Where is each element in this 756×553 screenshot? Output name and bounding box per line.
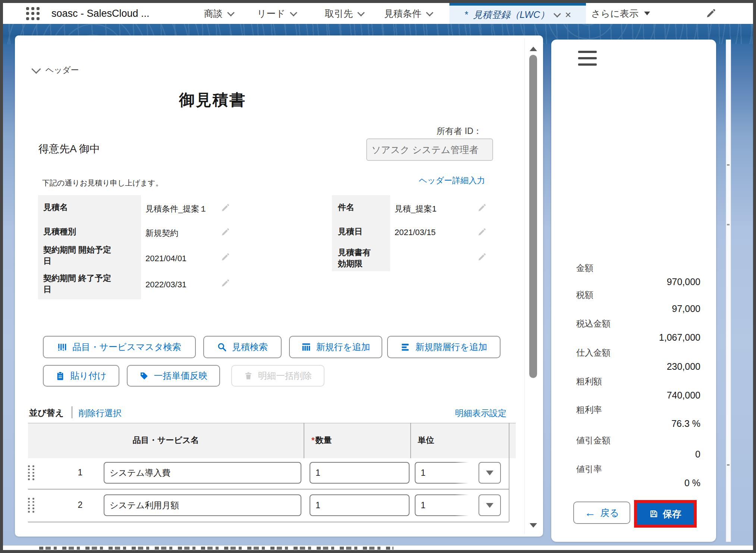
scroll-down-icon[interactable] (530, 523, 537, 528)
clipped-bottom-text (39, 547, 393, 550)
column-header-qty: *数量 (311, 435, 332, 446)
caret-down-icon (644, 12, 650, 15)
tab-quote-condition[interactable]: 見積条件 (384, 3, 432, 24)
chevron-down-icon (426, 9, 433, 16)
summary-panel: 金額 970,000 税額 97,000 税込金額 1,067,000 仕入金額… (551, 40, 716, 542)
item-name-input[interactable] (104, 462, 301, 484)
unit-clip-fade (455, 461, 474, 484)
edit-pencil-icon[interactable] (477, 203, 486, 212)
caret-down-icon (486, 503, 493, 508)
summary-tax: 税額 97,000 (576, 290, 700, 315)
navigation-bar: soasc - SalesCloud ... 商談 リード 取引先 見積条件 *… (3, 3, 753, 24)
summary-discount-rate: 値引率 0 % (576, 464, 700, 490)
summary-purchase-amount: 仕入金額 230,000 (576, 347, 700, 373)
page-scrollbar-strip[interactable] (726, 40, 731, 542)
item-qty-input[interactable] (310, 462, 410, 484)
app-launcher-icon[interactable] (26, 7, 40, 21)
unsaved-marker: * (464, 9, 468, 20)
trash-icon (244, 371, 253, 380)
header-section-label: ヘッダー (46, 65, 79, 76)
summary-amount-incl-tax: 税込金額 1,067,000 (576, 318, 700, 344)
header-section-toggle[interactable]: ヘッダー (33, 65, 79, 76)
edit-pencil-icon[interactable] (221, 279, 230, 288)
sort-label: 並び替え (29, 407, 64, 419)
add-row-button[interactable]: 新規行を追加 (289, 336, 382, 358)
edit-pencil-icon[interactable] (221, 203, 230, 212)
owner-id-field[interactable] (366, 138, 493, 161)
save-button[interactable]: 保存 (637, 503, 694, 525)
scrollbar-thumb[interactable] (529, 55, 537, 378)
summary-amount: 金額 970,000 (576, 263, 700, 288)
arrow-left-icon: ← (584, 507, 596, 518)
tab-opportunity[interactable]: 商談 (204, 3, 233, 24)
summary-gross-margin: 粗利率 76.3 % (576, 404, 700, 430)
column-divider (410, 423, 411, 458)
field-value: 2021/04/01 (145, 254, 186, 263)
item-name-input[interactable] (104, 494, 301, 516)
unit-dropdown-button[interactable] (479, 494, 501, 516)
field-value: 2021/03/15 (395, 228, 436, 237)
customer-name: 得意先A 御中 (38, 142, 100, 156)
tab-lead[interactable]: リード (257, 3, 296, 24)
quote-search-button[interactable]: 見積検索 (203, 336, 282, 358)
bulk-price-button[interactable]: 一括単価反映 (127, 365, 220, 387)
chevron-down-icon (31, 64, 41, 74)
barcode-icon (57, 342, 67, 352)
close-tab-icon[interactable]: × (565, 10, 571, 20)
header-detail-link[interactable]: ヘッダー詳細入力 (419, 175, 485, 186)
edit-pencil-icon[interactable] (477, 253, 486, 262)
select-delete-rows-link[interactable]: 削除行選択 (79, 407, 122, 419)
field-value: 見積条件_提案１ (145, 203, 207, 215)
field-label: 見積名 (43, 202, 115, 213)
caret-down-icon (486, 471, 493, 475)
edit-nav-pencil-icon[interactable] (706, 8, 716, 20)
field-label: 契約期間 終了予定日 (43, 273, 115, 295)
chevron-down-icon (290, 9, 297, 16)
item-qty-input[interactable] (310, 494, 410, 516)
menu-icon[interactable] (578, 51, 597, 66)
edit-pencil-icon[interactable] (221, 253, 230, 262)
scroll-up-icon[interactable] (530, 47, 537, 51)
field-value: 見積_提案1 (395, 203, 436, 215)
button-label: 新規階層行を追加 (415, 341, 487, 353)
edit-pencil-icon[interactable] (221, 228, 230, 237)
tab-label: 見積条件 (384, 7, 421, 20)
tab-more[interactable]: さらに表示 (591, 3, 650, 24)
paste-button[interactable]: 貼り付け (43, 365, 119, 387)
drag-handle[interactable] (28, 498, 35, 513)
vertical-scrollbar[interactable] (524, 38, 542, 534)
button-label: 品目・サービスマスタ検索 (72, 341, 181, 353)
greeting-text: 下記の通りお見積り申し上げます。 (42, 178, 163, 188)
back-button[interactable]: ← 戻る (573, 502, 630, 524)
master-search-button[interactable]: 品目・サービスマスタ検索 (43, 336, 196, 358)
column-header-unit: 単位 (418, 435, 434, 446)
row-separator (28, 522, 509, 522)
tab-account[interactable]: 取引先 (325, 3, 364, 24)
toolbar-divider (72, 406, 72, 418)
row-number: 1 (67, 468, 93, 478)
add-hierarchy-row-button[interactable]: 新規階層行を追加 (387, 336, 501, 358)
button-label: 明細一括削除 (258, 370, 312, 382)
required-asterisk: * (311, 435, 315, 445)
app-title: soasc - SalesCloud ... (51, 3, 150, 24)
back-label: 戻る (600, 507, 619, 519)
rows-icon (401, 342, 410, 352)
bulk-delete-button[interactable]: 明細一括削除 (231, 365, 324, 387)
quote-form-panel: ヘッダー 御見積書 所有者 ID： 得意先A 御中 下記の通りお見積り申し上げま… (15, 35, 543, 537)
tab-quote-entry-lwc-active[interactable]: * 見積登録（LWC） × (449, 3, 586, 24)
screenshot-root: soasc - SalesCloud ... 商談 リード 取引先 見積条件 *… (0, 0, 756, 553)
field-value: 2022/03/31 (145, 280, 186, 290)
column-header-name: 品目・サービス名 (28, 435, 304, 446)
field-label: 件名 (338, 202, 378, 213)
display-settings-link[interactable]: 明細表示設定 (455, 407, 506, 419)
active-tab-label: 見積登録（LWC） (473, 9, 549, 21)
edit-pencil-icon[interactable] (477, 228, 486, 237)
chevron-down-icon (227, 9, 235, 16)
tab-label: 商談 (204, 7, 223, 20)
chevron-down-icon[interactable] (553, 10, 561, 18)
unit-clip-fade (455, 494, 474, 517)
field-value: 新規契約 (145, 228, 178, 239)
unit-dropdown-button[interactable] (479, 462, 501, 484)
field-label: 見積書有効期限 (338, 247, 378, 269)
drag-handle[interactable] (28, 465, 35, 480)
